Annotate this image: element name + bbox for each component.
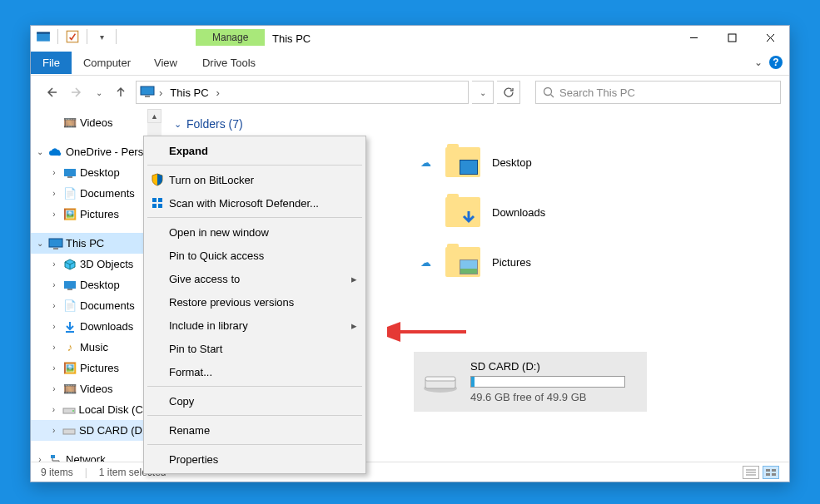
- breadcrumb-separator[interactable]: [216, 86, 221, 99]
- search-icon: [543, 86, 554, 98]
- drive-sd-card[interactable]: SD CARD (D:) 49.6 GB free of 49.9 GB: [414, 352, 647, 412]
- menu-defender-scan[interactable]: Scan with Microsoft Defender...: [146, 191, 364, 215]
- expand-icon[interactable]: ›: [48, 259, 60, 269]
- expand-icon[interactable]: ›: [34, 455, 46, 462]
- drive-icon: [422, 370, 459, 393]
- svg-line-10: [551, 95, 554, 98]
- svg-rect-32: [772, 473, 776, 476]
- titlebar: ▾ Manage This PC: [31, 26, 789, 51]
- sidebar-item-onedrive[interactable]: ⌄OneDrive - Pers: [31, 141, 147, 162]
- sidebar-item-onedrive-documents[interactable]: ›📄Documents: [31, 183, 147, 204]
- sidebar-item-pc-desktop[interactable]: ›Desktop: [31, 274, 147, 295]
- window-title: This PC: [272, 32, 311, 45]
- expand-icon[interactable]: ›: [48, 405, 60, 414]
- menu-properties[interactable]: Properties: [146, 447, 364, 471]
- menu-give-access-to[interactable]: Give access to▸: [146, 267, 364, 290]
- expand-icon[interactable]: ›: [48, 343, 60, 352]
- qat-dropdown-icon[interactable]: ▾: [94, 29, 109, 44]
- forward-button[interactable]: [66, 81, 89, 104]
- menu-restore-previous[interactable]: Restore previous versions: [146, 290, 364, 314]
- sidebar-item-videos[interactable]: 🎞️Videos: [31, 112, 147, 133]
- expand-icon[interactable]: ›: [48, 384, 60, 393]
- folder-label: Pictures: [492, 256, 531, 269]
- menu-include-in-library[interactable]: Include in library▸: [146, 314, 364, 337]
- sidebar-item-onedrive-desktop[interactable]: ›Desktop: [31, 162, 147, 183]
- folder-pictures[interactable]: ☁ Pictures: [414, 239, 772, 285]
- refresh-button[interactable]: [497, 81, 520, 104]
- pictures-icon: 🖼️: [62, 361, 77, 376]
- sidebar-item-pc-downloads[interactable]: ›Downloads: [31, 316, 147, 337]
- folder-label: Desktop: [492, 156, 532, 169]
- menu-rename[interactable]: Rename: [146, 418, 364, 442]
- sidebar-item-onedrive-pictures[interactable]: ›🖼️Pictures: [31, 204, 147, 225]
- menu-bitlocker[interactable]: Turn on BitLocker: [146, 168, 364, 191]
- folder-desktop[interactable]: ☁ Desktop: [414, 139, 772, 185]
- svg-rect-1: [37, 32, 50, 33]
- address-history-button[interactable]: ⌄: [472, 81, 494, 104]
- collapse-icon[interactable]: ⌄: [34, 239, 46, 248]
- close-button[interactable]: [751, 26, 789, 49]
- svg-rect-7: [141, 86, 154, 95]
- tab-computer[interactable]: Computer: [72, 52, 142, 74]
- help-icon[interactable]: ?: [769, 56, 783, 69]
- status-count: 9 items: [41, 467, 73, 478]
- tab-drive-tools[interactable]: Drive Tools: [191, 52, 267, 74]
- sidebar-item-pc-documents[interactable]: ›📄Documents: [31, 295, 147, 316]
- submenu-arrow-icon: ▸: [351, 273, 357, 285]
- sidebar-item-network[interactable]: ›Network: [31, 449, 147, 462]
- details-view-button[interactable]: [743, 466, 759, 479]
- search-input[interactable]: [559, 86, 773, 99]
- svg-rect-16: [67, 289, 72, 290]
- sidebar-item-3d-objects[interactable]: ›3D Objects: [31, 254, 147, 274]
- folder-downloads[interactable]: Downloads: [414, 189, 772, 235]
- menu-format[interactable]: Format...: [146, 360, 364, 383]
- folder-items: ☁ Desktop Downloads ☁ Pictures: [414, 139, 772, 289]
- context-menu: Expand Turn on BitLocker Scan with Micro…: [143, 136, 366, 474]
- expand-icon[interactable]: ›: [48, 426, 60, 435]
- up-button[interactable]: [109, 81, 132, 104]
- tab-view[interactable]: View: [142, 52, 189, 74]
- expand-icon[interactable]: ›: [48, 301, 60, 310]
- drive-icon: [62, 423, 77, 438]
- collapse-icon[interactable]: ⌄: [34, 147, 46, 156]
- svg-rect-33: [152, 198, 157, 202]
- breadcrumb-this-pc[interactable]: This PC: [166, 85, 211, 101]
- navigation-pane[interactable]: 🎞️Videos ⌄OneDrive - Pers ›Desktop ›📄Doc…: [31, 109, 147, 462]
- ribbon-expand-icon[interactable]: ⌄: [754, 57, 763, 68]
- sidebar-item-local-disk[interactable]: ›Local Disk (C:): [31, 399, 147, 420]
- menu-pin-to-start[interactable]: Pin to Start: [146, 337, 364, 360]
- menu-pin-quick-access[interactable]: Pin to Quick access: [146, 244, 364, 267]
- address-bar[interactable]: This PC: [136, 81, 469, 104]
- sidebar-item-sd-card[interactable]: ›SD CARD (D:): [31, 420, 147, 441]
- expand-icon[interactable]: ›: [48, 210, 60, 219]
- expand-icon[interactable]: ›: [48, 322, 60, 331]
- sidebar-item-pc-videos[interactable]: ›🎞️Videos: [31, 378, 147, 399]
- maximize-button[interactable]: [713, 26, 751, 49]
- menu-open-new-window[interactable]: Open in new window: [146, 220, 364, 244]
- expand-icon[interactable]: ›: [48, 189, 60, 198]
- minimize-button[interactable]: [674, 26, 713, 49]
- videos-icon: 🎞️: [62, 116, 77, 131]
- sidebar-item-pc-pictures[interactable]: ›🖼️Pictures: [31, 358, 147, 378]
- menu-expand[interactable]: Expand: [146, 139, 364, 162]
- search-box[interactable]: [535, 81, 781, 104]
- sidebar-item-pc-music[interactable]: ›♪Music: [31, 337, 147, 358]
- this-pc-address-icon: [140, 86, 155, 100]
- documents-icon: 📄: [62, 299, 77, 314]
- large-icons-view-button[interactable]: [763, 466, 779, 479]
- breadcrumb-separator[interactable]: [158, 86, 163, 99]
- expand-icon[interactable]: ›: [48, 168, 60, 177]
- defender-icon: [150, 195, 165, 210]
- expand-icon[interactable]: ›: [48, 363, 60, 373]
- menu-copy[interactable]: Copy: [146, 389, 364, 413]
- expand-icon[interactable]: ›: [48, 280, 60, 289]
- recent-locations-button[interactable]: ⌄: [92, 81, 106, 104]
- folder-icon: [445, 247, 480, 277]
- sidebar-item-this-pc[interactable]: ⌄This PC: [31, 233, 147, 254]
- folders-group-header[interactable]: ⌄ Folders (7): [174, 117, 243, 131]
- cloud-sync-icon: ☁: [420, 256, 434, 269]
- back-button[interactable]: [39, 81, 62, 104]
- scroll-up-button[interactable]: ▲: [147, 109, 162, 123]
- properties-qat-icon[interactable]: [65, 29, 80, 44]
- tab-file[interactable]: File: [31, 52, 72, 74]
